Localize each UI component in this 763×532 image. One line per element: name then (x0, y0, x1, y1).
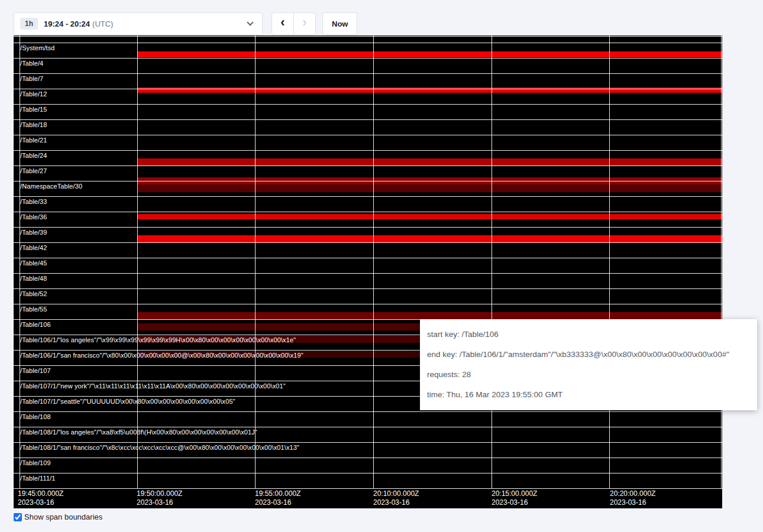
span-boundary-line (14, 36, 722, 37)
span-boundary-line (14, 150, 722, 151)
span-label: /Table/24 (20, 152, 47, 159)
span-boundary-line (14, 488, 722, 489)
time-boundary-line (492, 35, 492, 488)
span-boundary-line (14, 411, 722, 412)
span-boundary-line (14, 212, 722, 212)
span-boundary-line (14, 181, 722, 181)
span-boundary-line (14, 242, 722, 243)
span-label: /Table/109 (20, 459, 51, 466)
span-boundary-line (14, 196, 722, 197)
span-boundary-line (14, 227, 722, 228)
chevron-down-icon (247, 19, 253, 25)
heat-strip[interactable] (137, 235, 722, 242)
span-label: /Table/48 (20, 275, 47, 282)
span-label: /NamespaceTable/30 (20, 183, 82, 190)
heat-strip[interactable] (137, 51, 722, 57)
range-text: 19:24 - 20:24(UTC) (44, 20, 113, 28)
range-value: 19:24 - 20:24 (44, 20, 90, 28)
heat-strip[interactable] (137, 214, 722, 219)
span-boundary-line (14, 43, 722, 43)
range-timezone: (UTC) (92, 20, 113, 28)
now-button[interactable]: Now (322, 12, 357, 35)
time-axis-tick: 20:15:00.000Z2023-03-16 (492, 489, 537, 507)
time-boundary-line (721, 35, 722, 488)
span-label: /Table/52 (20, 290, 47, 297)
span-boundary-line (14, 58, 722, 59)
tooltip-requests: requests: 28 (427, 365, 750, 385)
span-label: /Table/42 (20, 244, 47, 251)
span-label: /Table/107 (20, 367, 51, 374)
span-boundary-line (14, 166, 722, 166)
span-label: /Table/4 (20, 60, 43, 67)
span-tooltip: start key: /Table/106 end key: /Table/10… (420, 319, 757, 410)
prev-range-button[interactable]: ‹ (271, 12, 294, 35)
span-label: /Table/36 (20, 213, 47, 220)
time-boundary-line (609, 35, 610, 488)
span-boundary-line (14, 119, 722, 120)
time-boundary-line (137, 35, 138, 488)
span-boundary-line (14, 135, 722, 135)
span-label: /Table/15 (20, 106, 47, 113)
span-label: /System/tsd (20, 44, 55, 51)
span-boundary-line (14, 473, 722, 473)
span-boundary-line (14, 273, 722, 274)
footer-controls: Show span boundaries (14, 512, 102, 522)
span-label: /Table/107/1/"seattle"/"UUUUUUD\x00\x80\… (20, 398, 235, 405)
span-label: /Table/45 (20, 259, 47, 267)
next-range-button[interactable]: › (293, 12, 316, 35)
span-label: /Table/12 (20, 90, 47, 98)
key-visualizer-canvas[interactable]: /System/tsd/Table/4/Table/7/Table/12/Tab… (14, 35, 722, 508)
span-label: /Table/21 (20, 137, 47, 144)
span-label: /Table/7 (20, 75, 43, 82)
span-label: /Table/106/1/"los angeles"/"\x99\x99\x99… (20, 336, 296, 343)
show-span-boundaries-checkbox[interactable] (14, 513, 22, 521)
span-label: /Table/39 (20, 229, 47, 236)
span-label: /Table/108 (20, 413, 51, 420)
span-boundary-line (14, 442, 722, 443)
heat-strip[interactable] (137, 184, 722, 192)
span-label: /Table/108/1/"san francisco"/"\x8c\xcc\x… (20, 444, 299, 451)
span-label: /Table/108/1/"los angeles"/"\xa8\xf5\u00… (20, 429, 257, 436)
tooltip-start-key: start key: /Table/106 (427, 325, 750, 345)
range-duration-badge: 1h (20, 18, 38, 30)
span-label: /Table/18 (20, 121, 47, 128)
span-label: /Table/27 (20, 167, 47, 174)
time-axis-tick: 19:45:00.000Z2023-03-16 (18, 489, 63, 507)
time-axis-tick: 19:55:00.000Z2023-03-16 (255, 489, 300, 507)
span-boundary-line (14, 304, 722, 304)
tooltip-time: time: Thu, 16 Mar 2023 19:55:00 GMT (427, 385, 750, 405)
span-boundary-line (14, 458, 722, 458)
heat-strip[interactable] (137, 158, 722, 166)
time-boundary-line (373, 35, 374, 488)
tooltip-end-key: end key: /Table/106/1/"amsterdam"/"\xb33… (427, 345, 750, 365)
span-label: /Table/55 (20, 306, 47, 313)
span-boundary-line (14, 258, 722, 258)
span-boundary-line (14, 73, 722, 74)
span-boundary-line (14, 89, 722, 89)
time-axis-tick: 19:50:00.000Z2023-03-16 (137, 489, 182, 507)
time-range-select[interactable]: 1h 19:24 - 20:24(UTC) (14, 12, 263, 35)
range-nav-group: ‹ › (271, 12, 316, 35)
time-axis-tick: 20:10:00.000Z2023-03-16 (373, 489, 419, 507)
time-axis-tick: 20:20:00.000Z2023-03-16 (610, 489, 655, 507)
span-boundary-line (14, 104, 722, 105)
span-boundary-line (14, 288, 722, 289)
span-label: /Table/107/1/"new york"/"\x11\x11\x11\x1… (20, 382, 286, 390)
show-span-boundaries-label[interactable]: Show span boundaries (24, 512, 102, 522)
span-boundary-line (14, 427, 722, 427)
span-label: /Table/33 (20, 198, 47, 205)
span-label: /Table/111/1 (20, 475, 56, 482)
span-label: /Table/106 (20, 321, 51, 328)
time-boundary-line (255, 35, 256, 488)
span-label: /Table/106/1/"san francisco"/"\x80\x00\x… (20, 352, 303, 359)
